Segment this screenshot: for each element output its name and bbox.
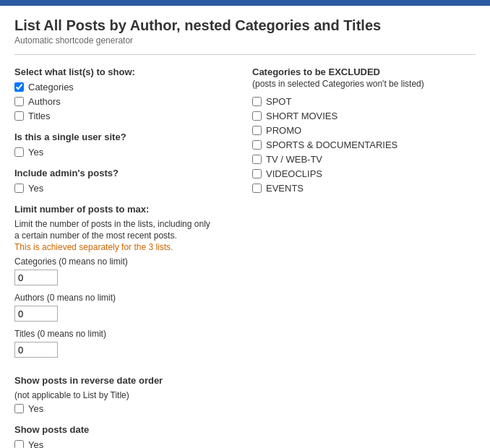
- right-column: Categories to be EXCLUDED (posts in sele…: [252, 66, 476, 448]
- limit-label: Limit number of posts to max:: [14, 204, 238, 215]
- exclude-category-row: TV / WEB-TV: [252, 154, 476, 165]
- exclude-header: Categories to be EXCLUDED: [252, 66, 476, 77]
- limit-info-2: a certain number of the most recent post…: [14, 231, 238, 241]
- exclude-category-row: PROMO: [252, 125, 476, 136]
- exclude-category-row: EVENTS: [252, 183, 476, 194]
- authors-limit-input[interactable]: [14, 306, 58, 322]
- titles-limit-label: Titles (0 means no limit): [14, 329, 238, 339]
- include-admin-label: Include admin's posts?: [14, 168, 238, 178]
- reverse-order-sub: (not applicable to List by Title): [14, 390, 238, 400]
- page-subtitle: Automatic shortcode generator: [14, 35, 476, 46]
- exclude-category-row: SPOT: [252, 96, 476, 107]
- categories-label: Categories: [28, 82, 74, 92]
- single-user-checkbox[interactable]: [14, 147, 24, 157]
- reverse-order-label: Show posts in reverse date order: [14, 375, 238, 386]
- show-date-checkbox[interactable]: [14, 440, 24, 448]
- limit-info-1: Limit the number of posts in the lists, …: [14, 219, 238, 229]
- categories-checkbox[interactable]: [14, 82, 24, 92]
- exclude-category-row: VIDEOCLIPS: [252, 168, 476, 179]
- categories-limit-label: Categories (0 means no limit): [14, 257, 238, 267]
- limit-section: Limit number of posts to max: Limit the …: [14, 204, 238, 365]
- titles-limit-input[interactable]: [14, 342, 58, 358]
- exclude-category-checkbox[interactable]: [252, 111, 262, 121]
- page-title: List All Posts by Author, nested Categor…: [14, 17, 476, 34]
- top-bar: [0, 0, 490, 6]
- exclude-category-label: SPORTS & DOCUMENTARIES: [266, 139, 397, 150]
- authors-limit-label: Authors (0 means no limit): [14, 293, 238, 303]
- reverse-order-checkbox[interactable]: [14, 404, 24, 413]
- titles-limit-wrap: [14, 342, 58, 358]
- include-admin-yes-row: Yes: [14, 183, 238, 194]
- select-list-label: Select what list(s) to show:: [14, 66, 238, 77]
- include-admin-checkbox[interactable]: [14, 184, 24, 193]
- list-option-titles: Titles: [14, 111, 238, 121]
- show-date-yes-label: Yes: [28, 439, 43, 448]
- show-date-label: Show posts date: [14, 424, 238, 435]
- exclude-category-row: SPORTS & DOCUMENTARIES: [252, 139, 476, 150]
- single-user-section: Is this a single user site? Yes: [14, 132, 238, 158]
- show-date-yes-row: Yes: [14, 439, 238, 448]
- exclude-category-label: PROMO: [266, 125, 301, 136]
- exclude-category-checkbox[interactable]: [252, 169, 262, 178]
- single-user-label: Is this a single user site?: [14, 132, 238, 142]
- exclude-category-label: SHORT MOVIES: [266, 111, 338, 121]
- exclude-category-checkbox[interactable]: [252, 184, 262, 193]
- list-option-authors: Authors: [14, 96, 238, 107]
- single-user-yes-label: Yes: [28, 147, 43, 158]
- select-list-section: Select what list(s) to show: Categories …: [14, 66, 238, 121]
- include-admin-yes-label: Yes: [28, 183, 43, 194]
- categories-limit-input[interactable]: [14, 270, 58, 285]
- authors-label: Authors: [28, 96, 61, 107]
- list-option-categories: Categories: [14, 82, 238, 92]
- exclude-category-checkbox[interactable]: [252, 155, 262, 164]
- exclude-category-row: SHORT MOVIES: [252, 111, 476, 121]
- categories-limit-wrap: [14, 270, 58, 285]
- authors-limit-wrap: [14, 306, 58, 322]
- exclude-category-checkbox[interactable]: [252, 140, 262, 150]
- titles-checkbox[interactable]: [14, 111, 24, 121]
- show-date-section: Show posts date Yes: [14, 424, 238, 448]
- left-column: Select what list(s) to show: Categories …: [14, 66, 238, 448]
- exclude-category-label: VIDEOCLIPS: [266, 168, 322, 179]
- single-user-yes-row: Yes: [14, 147, 238, 158]
- reverse-order-yes-row: Yes: [14, 403, 238, 414]
- exclude-subheader: (posts in selected Categories won't be l…: [252, 79, 476, 89]
- reverse-order-yes-label: Yes: [28, 403, 43, 414]
- exclude-category-label: EVENTS: [266, 183, 304, 194]
- authors-checkbox[interactable]: [14, 97, 24, 106]
- divider: [14, 54, 476, 55]
- exclude-category-label: SPOT: [266, 96, 291, 107]
- titles-label: Titles: [28, 111, 51, 121]
- reverse-order-section: Show posts in reverse date order (not ap…: [14, 375, 238, 414]
- exclude-categories-list: SPOTSHORT MOVIESPROMOSPORTS & DOCUMENTAR…: [252, 96, 476, 194]
- exclude-category-checkbox[interactable]: [252, 97, 262, 106]
- include-admin-section: Include admin's posts? Yes: [14, 168, 238, 194]
- limit-info-3: This is achieved separately for the 3 li…: [14, 242, 238, 252]
- exclude-category-label: TV / WEB-TV: [266, 154, 322, 165]
- exclude-category-checkbox[interactable]: [252, 126, 262, 135]
